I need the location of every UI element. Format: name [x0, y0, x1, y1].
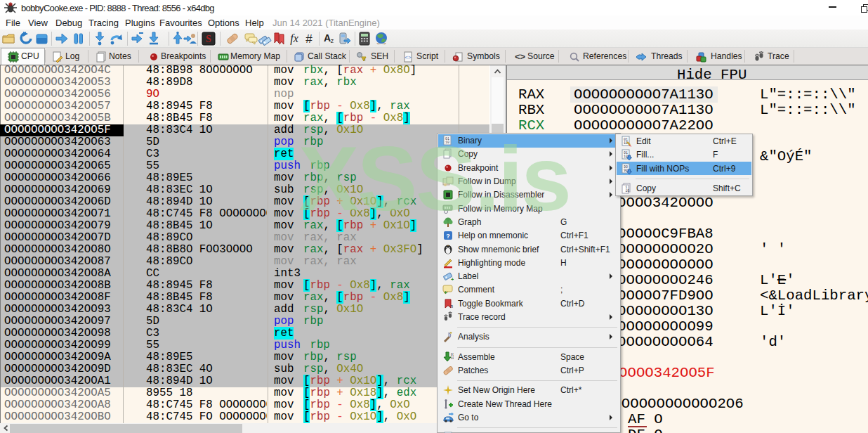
svg-text:z: z	[331, 37, 334, 44]
svg-text:n: n	[450, 304, 453, 309]
svg-text:+: +	[444, 290, 447, 295]
svg-text:<>: <>	[405, 54, 412, 60]
svg-text:10: 10	[451, 356, 454, 360]
svg-text:fx: fx	[290, 32, 298, 45]
svg-text:A: A	[324, 32, 331, 44]
svg-text:?: ?	[446, 233, 450, 240]
svg-text:S: S	[206, 34, 211, 44]
svg-text:+: +	[451, 276, 454, 282]
svg-text:#: #	[305, 32, 313, 46]
